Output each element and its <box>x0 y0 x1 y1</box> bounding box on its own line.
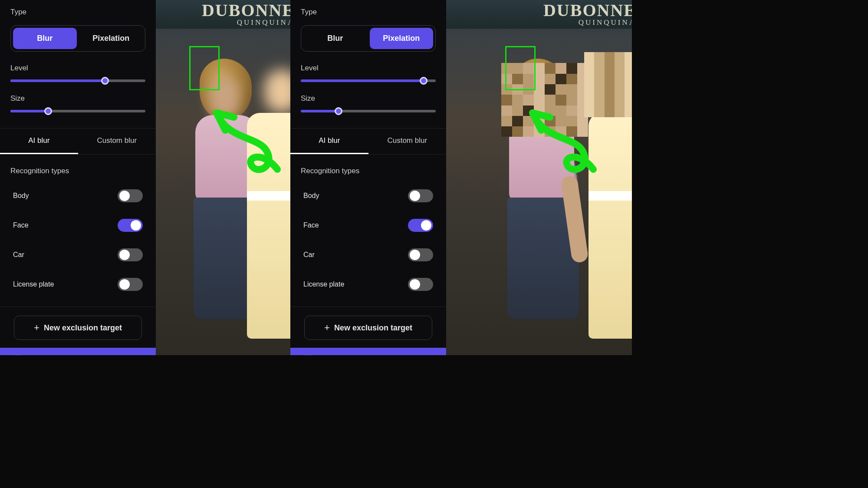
background-sign: DUBONNE QUINQUINA <box>446 0 632 29</box>
size-label: Size <box>10 94 145 103</box>
size-label: Size <box>301 94 436 103</box>
toggle-row-face: Face <box>301 214 436 237</box>
toggle-face[interactable] <box>118 219 143 232</box>
toggle-row-car: Car <box>301 243 436 267</box>
check-icon <box>14 355 22 356</box>
preview-right: DUBONNE QUINQUINA <box>446 0 632 355</box>
toggle-license-plate[interactable] <box>408 278 433 291</box>
recognition-types-label: Recognition types <box>10 167 145 175</box>
pixelation-overlay-2 <box>584 52 632 117</box>
tab-ai-blur[interactable]: AI blur <box>290 129 368 154</box>
toggle-row-car: Car <box>10 243 145 267</box>
toggle-body[interactable] <box>118 189 143 202</box>
type-label: Type <box>10 8 145 16</box>
toggle-row-face: Face <box>10 214 145 237</box>
size-slider[interactable] <box>10 110 145 112</box>
toggle-row-body: Body <box>10 184 145 208</box>
toggle-license-plate[interactable] <box>118 278 143 291</box>
toggle-face-label: Face <box>303 221 319 229</box>
tab-ai-blur[interactable]: AI blur <box>0 129 78 154</box>
type-segmented-control: Blur Pixelation <box>10 25 145 52</box>
left-pane: Type Blur Pixelation Level Size AI blur … <box>0 0 290 355</box>
target-row-0[interactable]: Target #0 <box>290 348 446 355</box>
target-row-0[interactable]: Target #0 <box>0 348 156 355</box>
settings-panel-left: Type Blur Pixelation Level Size AI blur … <box>0 0 156 355</box>
target-checkbox[interactable] <box>303 355 314 355</box>
toggle-face-label: Face <box>13 221 29 229</box>
toggle-car-label: Car <box>303 251 315 259</box>
tab-custom-blur[interactable]: Custom blur <box>78 129 156 154</box>
toggle-car[interactable] <box>408 248 433 261</box>
blur-tabs: AI blur Custom blur <box>0 128 156 155</box>
toggle-row-license-plate: License plate <box>10 273 145 296</box>
new-exclusion-target-button[interactable]: + New exclusion target <box>304 316 432 340</box>
toggle-row-license-plate: License plate <box>301 273 436 296</box>
toggle-face[interactable] <box>408 219 433 232</box>
toggle-license-plate-label: License plate <box>303 280 344 288</box>
level-label: Level <box>301 64 436 73</box>
plus-icon: + <box>34 323 39 333</box>
type-blur-button[interactable]: Blur <box>13 28 77 49</box>
face-detection-box <box>189 46 220 90</box>
plus-icon: + <box>324 323 330 333</box>
face-detection-box <box>505 46 536 90</box>
right-pane: Type Blur Pixelation Level Size AI blur … <box>290 0 632 355</box>
tab-custom-blur[interactable]: Custom blur <box>368 129 447 154</box>
toggle-body[interactable] <box>408 189 433 202</box>
blur-tabs: AI blur Custom blur <box>290 128 446 155</box>
check-icon <box>305 355 312 356</box>
level-label: Level <box>10 64 145 73</box>
toggle-body-label: Body <box>13 192 29 200</box>
type-pixelation-button[interactable]: Pixelation <box>79 28 143 49</box>
toggle-car[interactable] <box>118 248 143 261</box>
toggle-row-body: Body <box>301 184 436 208</box>
new-exclusion-target-button[interactable]: + New exclusion target <box>14 316 142 340</box>
toggle-car-label: Car <box>13 251 24 259</box>
size-slider[interactable] <box>301 110 436 112</box>
type-segmented-control: Blur Pixelation <box>301 25 436 52</box>
background-sign: DUBONNE QUINQUINA <box>156 0 290 29</box>
toggle-body-label: Body <box>303 192 319 200</box>
settings-panel-right: Type Blur Pixelation Level Size AI blur … <box>290 0 446 355</box>
target-checkbox[interactable] <box>13 355 23 355</box>
level-slider[interactable] <box>301 79 436 82</box>
type-pixelation-button[interactable]: Pixelation <box>370 28 434 49</box>
preview-left: DUBONNE QUINQUINA <box>156 0 290 355</box>
new-target-label: New exclusion target <box>44 323 122 333</box>
level-slider[interactable] <box>10 79 145 82</box>
toggle-license-plate-label: License plate <box>13 280 54 288</box>
type-label: Type <box>301 8 436 16</box>
type-blur-button[interactable]: Blur <box>303 28 367 49</box>
recognition-types-label: Recognition types <box>301 167 436 175</box>
new-target-label: New exclusion target <box>334 323 412 333</box>
